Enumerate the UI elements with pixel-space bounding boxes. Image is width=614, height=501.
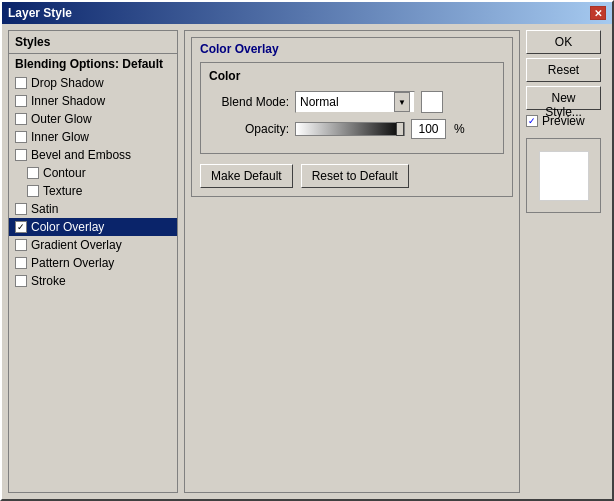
layer-style-window: Layer Style ✕ Styles Blending Options: D… xyxy=(0,0,614,501)
color-overlay-group: Color Overlay Color Blend Mode: Normal ▼ xyxy=(191,37,513,197)
opacity-row: Opacity: % xyxy=(209,119,495,139)
checkbox-outer-glow[interactable] xyxy=(15,113,27,125)
panel-header: Styles xyxy=(9,31,177,54)
sidebar-item-label-bevel-emboss: Bevel and Emboss xyxy=(31,148,131,162)
main-panel: Color Overlay Color Blend Mode: Normal ▼ xyxy=(184,30,606,493)
checkbox-color-overlay[interactable] xyxy=(15,221,27,233)
ok-button[interactable]: OK xyxy=(526,30,601,54)
sidebar-item-label-color-overlay: Color Overlay xyxy=(31,220,104,234)
checkbox-gradient-overlay[interactable] xyxy=(15,239,27,251)
sidebar-item-stroke[interactable]: Stroke xyxy=(9,272,177,290)
window-content: Styles Blending Options: Default Drop Sh… xyxy=(2,24,612,499)
checkbox-texture[interactable] xyxy=(27,185,39,197)
sidebar-item-label-outer-glow: Outer Glow xyxy=(31,112,92,126)
blend-mode-value: Normal xyxy=(300,95,339,109)
sidebar-item-bevel-emboss[interactable]: Bevel and Emboss xyxy=(9,146,177,164)
title-bar: Layer Style ✕ xyxy=(2,2,612,24)
button-row: Make Default Reset to Default xyxy=(200,164,504,188)
opacity-slider-container xyxy=(295,122,405,136)
window-title: Layer Style xyxy=(8,6,72,20)
slider-thumb[interactable] xyxy=(396,122,404,136)
sidebar-item-satin[interactable]: Satin xyxy=(9,200,177,218)
preview-checkbox-row: Preview xyxy=(526,114,606,128)
blend-mode-row: Blend Mode: Normal ▼ xyxy=(209,91,495,113)
right-panel: OK Reset New Style... Preview xyxy=(526,30,606,493)
opacity-slider[interactable] xyxy=(295,122,405,136)
opacity-input[interactable] xyxy=(411,119,446,139)
sidebar-item-label-contour: Contour xyxy=(43,166,86,180)
checkbox-inner-shadow[interactable] xyxy=(15,95,27,107)
preview-checkbox[interactable] xyxy=(526,115,538,127)
new-style-button[interactable]: New Style... xyxy=(526,86,601,110)
opacity-label: Opacity: xyxy=(209,122,289,136)
make-default-button[interactable]: Make Default xyxy=(200,164,293,188)
color-group: Color Blend Mode: Normal ▼ O xyxy=(200,62,504,154)
dropdown-arrow[interactable]: ▼ xyxy=(394,92,410,112)
sidebar-item-gradient-overlay[interactable]: Gradient Overlay xyxy=(9,236,177,254)
blend-mode-select[interactable]: Normal ▼ xyxy=(295,91,415,113)
sidebar-item-inner-glow[interactable]: Inner Glow xyxy=(9,128,177,146)
reset-to-default-button[interactable]: Reset to Default xyxy=(301,164,409,188)
sidebar-item-label-gradient-overlay: Gradient Overlay xyxy=(31,238,122,252)
close-button[interactable]: ✕ xyxy=(590,6,606,20)
style-items-list: Drop ShadowInner ShadowOuter GlowInner G… xyxy=(9,74,177,290)
sidebar-item-outer-glow[interactable]: Outer Glow xyxy=(9,110,177,128)
preview-label: Preview xyxy=(542,114,585,128)
preview-inner xyxy=(539,151,589,201)
preview-area xyxy=(526,138,601,213)
sidebar-item-drop-shadow[interactable]: Drop Shadow xyxy=(9,74,177,92)
color-group-title: Color xyxy=(209,69,495,83)
sidebar-item-inner-shadow[interactable]: Inner Shadow xyxy=(9,92,177,110)
checkbox-stroke[interactable] xyxy=(15,275,27,287)
blending-options-header[interactable]: Blending Options: Default xyxy=(9,54,177,74)
reset-button[interactable]: Reset xyxy=(526,58,601,82)
checkbox-drop-shadow[interactable] xyxy=(15,77,27,89)
checkbox-pattern-overlay[interactable] xyxy=(15,257,27,269)
checkbox-inner-glow[interactable] xyxy=(15,131,27,143)
sidebar-item-pattern-overlay[interactable]: Pattern Overlay xyxy=(9,254,177,272)
left-panel: Styles Blending Options: Default Drop Sh… xyxy=(8,30,178,493)
sidebar-item-label-inner-shadow: Inner Shadow xyxy=(31,94,105,108)
group-title: Color Overlay xyxy=(200,42,504,56)
sidebar-item-texture[interactable]: Texture xyxy=(9,182,177,200)
sidebar-item-label-stroke: Stroke xyxy=(31,274,66,288)
sidebar-item-contour[interactable]: Contour xyxy=(9,164,177,182)
sidebar-item-label-texture: Texture xyxy=(43,184,82,198)
sidebar-item-label-satin: Satin xyxy=(31,202,58,216)
color-swatch[interactable] xyxy=(421,91,443,113)
sidebar-item-label-inner-glow: Inner Glow xyxy=(31,130,89,144)
checkbox-satin[interactable] xyxy=(15,203,27,215)
sidebar-item-color-overlay[interactable]: Color Overlay xyxy=(9,218,177,236)
sidebar-item-label-drop-shadow: Drop Shadow xyxy=(31,76,104,90)
sidebar-item-label-pattern-overlay: Pattern Overlay xyxy=(31,256,114,270)
percent-label: % xyxy=(454,122,465,136)
checkbox-bevel-emboss[interactable] xyxy=(15,149,27,161)
checkbox-contour[interactable] xyxy=(27,167,39,179)
blend-mode-label: Blend Mode: xyxy=(209,95,289,109)
content-area: Color Overlay Color Blend Mode: Normal ▼ xyxy=(184,30,520,493)
